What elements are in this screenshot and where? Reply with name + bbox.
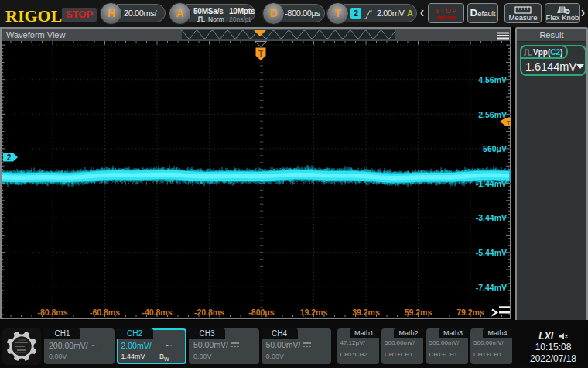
svg-text:2.56mV: 2.56mV <box>478 110 507 119</box>
svg-text:-20.8ms: -20.8ms <box>194 308 224 317</box>
svg-text:-80.8ms: -80.8ms <box>37 308 67 317</box>
svg-text:39.2ms: 39.2ms <box>352 308 380 317</box>
svg-text:T: T <box>258 50 263 58</box>
svg-text:4.56mV: 4.56mV <box>478 75 507 84</box>
svg-text:-60.8ms: -60.8ms <box>90 308 120 317</box>
svg-text:-5.44mV: -5.44mV <box>476 248 507 257</box>
svg-text:-3.44mV: -3.44mV <box>476 213 507 222</box>
svg-text:-40.8ms: -40.8ms <box>142 308 172 317</box>
svg-text:-7.44mV: -7.44mV <box>476 283 507 292</box>
svg-text:2: 2 <box>7 153 12 162</box>
svg-text:560μV: 560μV <box>483 144 507 153</box>
svg-text:T: T <box>507 119 511 126</box>
svg-text:-800μs: -800μs <box>248 308 274 317</box>
svg-text:19.2ms: 19.2ms <box>300 308 328 317</box>
svg-text:79.2ms: 79.2ms <box>456 308 484 317</box>
svg-text:59.2ms: 59.2ms <box>405 308 432 317</box>
svg-text:-1.44mV: -1.44mV <box>476 179 507 188</box>
